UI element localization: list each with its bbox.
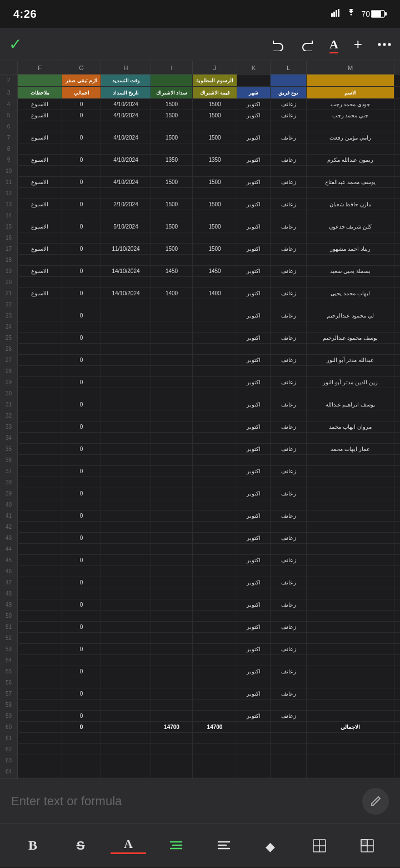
row-num-59: 59 [0,711,18,721]
cell-G2[interactable]: لازم تبقى صفر [62,75,101,86]
row-num-41: 41 [0,510,18,521]
redo-button[interactable] [301,38,314,51]
row-num-45: 45 [0,555,18,566]
row-num-12: 12 [0,188,18,199]
wifi-icon [346,9,357,19]
row-num-21: 21 [0,288,18,299]
data-row-55: 55 0 اكتوبر زعانف [0,666,400,677]
text-format-button[interactable]: A [329,37,338,52]
cell-J3[interactable]: قيمة الاشتراك [193,87,237,98]
data-row-45: 45 0 اكتوبر زعانف [0,555,400,566]
cell-L60[interactable] [271,722,307,732]
cell-F3[interactable]: ملاحظات [18,87,62,98]
cell-M60[interactable]: الاجمالي [307,722,394,732]
undo-button[interactable] [272,38,285,51]
formula-bar[interactable]: Enter text or formula [0,778,400,823]
row-58: 58 [0,700,400,711]
cell-K3[interactable]: شهر [237,87,271,98]
cell-H2[interactable]: وقت التسديد [101,75,151,86]
data-row-37: 37 0 اكتوبر زعانف [0,466,400,477]
data-row-53: 53 0 اكتوبر زعانف [0,644,400,655]
row-42: 42 [0,522,400,533]
row-num-53: 53 [0,644,18,654]
header-row-2: 3 ملاحظات اجمالي تاريخ السداد سداد الاشت… [0,87,400,99]
format-toolbar: B S A ◆ [0,823,400,867]
align-right-button[interactable] [158,828,194,864]
row-num-26: 26 [0,344,18,354]
cell-H3[interactable]: تاريخ السداد [101,87,151,98]
strikethrough-button[interactable]: S [63,828,98,864]
row-num-46: 46 [0,566,18,577]
row-num-56: 56 [0,677,18,688]
cell-J2[interactable]: الرسوم المطلوبة [193,75,237,86]
row-num-64: 64 [0,766,18,777]
row-54: 54 [0,655,400,666]
header-row-1: 2 لازم تبقى صفر وقت التسديد الرسوم المطل… [0,75,400,87]
text-color-button[interactable]: A [111,828,146,864]
row-num-11: 11 [0,177,18,187]
row-num-43: 43 [0,533,18,543]
bold-button[interactable]: B [15,828,51,864]
row-num-40: 40 [0,499,18,510]
align-left-button[interactable] [206,828,242,864]
row-18: 18 [0,255,400,266]
row-num-6: 6 [0,121,18,132]
cell-L3[interactable]: نوع فريق [271,87,307,98]
empty-row-65: 65 [0,777,400,778]
col-header-F[interactable]: F [18,61,62,74]
more-button[interactable] [378,43,391,46]
cell-F60[interactable] [18,722,62,732]
data-row-59: 59 0 اكتوبر زعانف [0,711,400,722]
col-header-H[interactable]: H [101,61,151,74]
cell-K60[interactable] [237,722,271,732]
row-50: 50 [0,611,400,622]
col-header-I[interactable]: I [151,61,193,74]
add-button[interactable]: + [354,36,362,53]
row-num-33: 33 [0,421,18,432]
row-num-3: 3 [0,87,18,98]
col-header-J[interactable]: J [193,61,237,74]
data-row-7: 7 الاسبوع 0 4/10/2024 1500 1500 اكتوبر ز… [0,132,400,143]
freeze-button[interactable] [349,828,385,864]
col-header-K[interactable]: K [237,61,271,74]
confirm-button[interactable]: ✓ [9,35,22,53]
total-row: 60 0 14700 14700 الاجمالي [0,722,400,733]
row-10: 10 [0,166,400,177]
row-48: 48 [0,588,400,599]
merge-button[interactable] [302,828,337,864]
fill-color-button[interactable]: ◆ [254,828,289,864]
row-28: 28 [0,366,400,377]
cell-I60[interactable]: 14700 [151,722,193,732]
cell-I3[interactable]: سداد الاشتراك [151,87,193,98]
cell-I2[interactable] [151,75,193,86]
cell-M2[interactable] [307,75,394,86]
cell-K2[interactable] [237,75,271,86]
status-time: 4:26 [13,8,37,21]
cell-H60[interactable] [101,722,151,732]
formula-edit-button[interactable] [362,788,389,815]
cell-G3[interactable]: اجمالي [62,87,101,98]
data-row-43: 43 0 اكتوبر زعانف [0,533,400,544]
row-num-52: 52 [0,633,18,643]
data-row-41: 41 0 اكتوبر زعانف [0,510,400,522]
col-header-G[interactable]: G [62,61,101,74]
data-row-31: 31 0 اكتوبر زعانف يوسف ابراهيم عبدالله [0,399,400,410]
cell-M3[interactable]: الاسم [307,87,394,98]
data-rows: 4 الاسبوع 0 4/10/2024 1500 1500 اكتوبر ز… [0,99,400,722]
cell-L2[interactable] [271,75,307,86]
row-num-61: 61 [0,733,18,743]
row-38: 38 [0,477,400,488]
row-44: 44 [0,544,400,555]
col-header-M[interactable]: M [307,61,394,74]
row-num-8: 8 [0,143,18,154]
signal-icon [331,9,341,19]
data-row-15: 15 الاسبوع 0 5/10/2024 1500 1500 اكتوبر … [0,221,400,232]
cell-J60[interactable]: 14700 [193,722,237,732]
col-header-L[interactable]: L [271,61,307,74]
row-num-25: 25 [0,333,18,343]
row-num-23: 23 [0,310,18,321]
row-24: 24 [0,321,400,333]
cell-G60[interactable]: 0 [62,722,101,732]
cell-F2[interactable] [18,75,62,86]
spreadsheet[interactable]: F G H I J K L M 2 لازم تبقى صفر وقت التس… [0,61,400,778]
